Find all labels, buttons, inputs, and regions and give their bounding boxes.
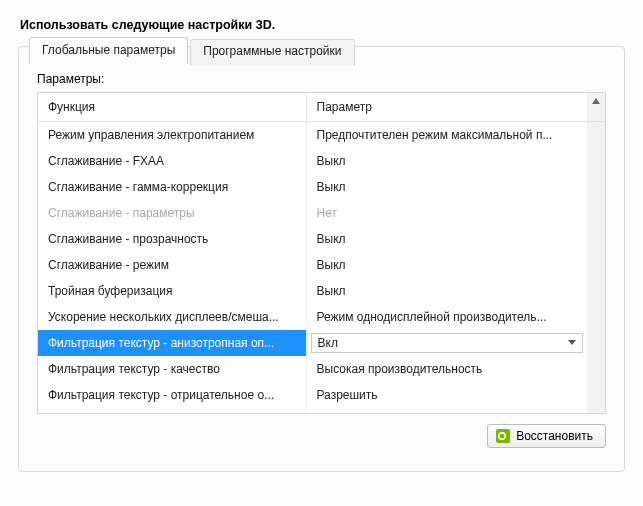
tab-bar: Глобальные параметры Программные настрой… [29,37,634,64]
scrollbar-track[interactable] [587,278,605,304]
table-row[interactable]: Сглаживание - гамма-коррекцияВыкл [38,174,605,200]
table-row[interactable]: Сглаживание - FXAAВыкл [38,148,605,174]
table-row[interactable]: Фильтрация текстур - анизотропная оп...В… [38,330,605,356]
scrollbar-track[interactable] [587,356,605,382]
scrollbar-track[interactable] [587,174,605,200]
scrollbar-track[interactable] [587,226,605,252]
settings-panel: Глобальные параметры Программные настрой… [18,46,625,472]
setting-name: Сглаживание - режим [38,252,306,278]
scrollbar-track[interactable] [587,304,605,330]
restore-button[interactable]: Восстановить [487,424,606,448]
scrollbar-track[interactable] [587,122,605,149]
scrollbar-track[interactable] [587,200,605,226]
setting-name: Сглаживание - гамма-коррекция [38,174,306,200]
table-row[interactable]: Сглаживание - параметрыНет [38,200,605,226]
scrollbar-track[interactable] [587,330,605,356]
svg-marker-0 [592,98,600,104]
setting-value: Вкл [306,408,587,414]
setting-name: Фильтрация текстур - отрицательное о... [38,382,306,408]
table-row[interactable]: Фильтрация текстур - трилинейная опт...В… [38,408,605,414]
restore-button-label: Восстановить [516,429,593,443]
column-header-parameter[interactable]: Параметр [306,93,587,122]
tab-global[interactable]: Глобальные параметры [29,37,188,64]
setting-value: Режим однодисплейной производитель... [306,304,587,330]
setting-value: Выкл [306,226,587,252]
table-row[interactable]: Сглаживание - режимВыкл [38,252,605,278]
setting-value: Выкл [306,252,587,278]
setting-value: Предпочтителен режим максимальной п... [306,122,587,149]
setting-name: Сглаживание - прозрачность [38,226,306,252]
settings-table: Функция Параметр Режим управления электр… [37,92,606,414]
setting-name: Фильтрация текстур - трилинейная опт... [38,408,306,414]
setting-value: Нет [306,200,587,226]
column-header-function[interactable]: Функция [38,93,306,122]
chevron-up-icon [588,93,606,109]
tab-program[interactable]: Программные настройки [190,39,354,66]
setting-value: Разрешить [306,382,587,408]
table-row[interactable]: Режим управления электропитаниемПредпочт… [38,122,605,149]
setting-name: Сглаживание - параметры [38,200,306,226]
table-row[interactable]: Сглаживание - прозрачностьВыкл [38,226,605,252]
table-row[interactable]: Тройная буферизацияВыкл [38,278,605,304]
setting-value[interactable]: Вкл [306,330,587,356]
scrollbar-track[interactable] [587,408,605,414]
setting-value: Высокая производительность [306,356,587,382]
setting-name: Сглаживание - FXAA [38,148,306,174]
setting-name: Фильтрация текстур - качество [38,356,306,382]
scrollbar-track[interactable] [587,252,605,278]
setting-name: Ускорение нескольких дисплеев/смеша... [38,304,306,330]
table-row[interactable]: Фильтрация текстур - качествоВысокая про… [38,356,605,382]
parameters-label: Параметры: [37,72,606,86]
setting-name: Режим управления электропитанием [38,122,306,149]
nvidia-icon [496,429,510,443]
setting-value: Выкл [306,148,587,174]
scrollbar-track[interactable] [587,148,605,174]
page-title: Использовать следующие настройки 3D. [20,18,625,32]
setting-name: Тройная буферизация [38,278,306,304]
table-row[interactable]: Фильтрация текстур - отрицательное о...Р… [38,382,605,408]
setting-value: Выкл [306,174,587,200]
scrollbar-up[interactable] [587,93,605,122]
table-row[interactable]: Ускорение нескольких дисплеев/смеша...Ре… [38,304,605,330]
setting-name: Фильтрация текстур - анизотропная оп... [38,330,306,356]
scrollbar-track[interactable] [587,382,605,408]
setting-value: Выкл [306,278,587,304]
setting-value-dropdown[interactable]: Вкл [311,333,583,353]
